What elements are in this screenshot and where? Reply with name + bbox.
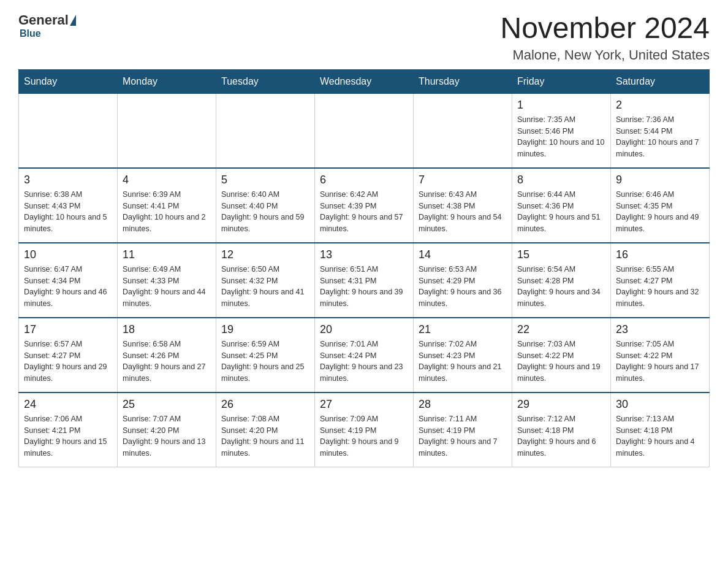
day-number: 11 [123,248,211,261]
day-number: 7 [419,174,507,186]
title-block: November 2024 Malone, New York, United S… [500,12,710,63]
calendar-cell: 23Sunrise: 7:05 AMSunset: 4:22 PMDayligh… [611,318,710,393]
calendar-cell: 1Sunrise: 7:35 AMSunset: 5:46 PMDaylight… [512,93,611,168]
logo-triangle-icon [70,15,76,26]
day-of-week-monday: Monday [118,69,216,93]
day-number: 10 [24,248,112,261]
day-info: Sunrise: 6:51 AMSunset: 4:31 PMDaylight:… [320,264,408,310]
day-info: Sunrise: 6:50 AMSunset: 4:32 PMDaylight:… [221,264,309,310]
day-number: 20 [320,323,408,336]
calendar-cell: 29Sunrise: 7:12 AMSunset: 4:18 PMDayligh… [512,393,611,467]
day-number: 14 [419,248,507,261]
calendar-cell: 27Sunrise: 7:09 AMSunset: 4:19 PMDayligh… [315,393,414,467]
day-info: Sunrise: 7:02 AMSunset: 4:23 PMDaylight:… [419,339,507,385]
day-info: Sunrise: 6:44 AMSunset: 4:36 PMDaylight:… [517,189,605,235]
day-info: Sunrise: 6:46 AMSunset: 4:35 PMDaylight:… [616,189,704,235]
calendar-cell: 18Sunrise: 6:58 AMSunset: 4:26 PMDayligh… [118,318,216,393]
logo: General Blue [18,12,77,39]
day-number: 28 [419,398,507,411]
day-info: Sunrise: 6:43 AMSunset: 4:38 PMDaylight:… [419,189,507,235]
calendar-cell [19,93,118,168]
calendar-cell: 5Sunrise: 6:40 AMSunset: 4:40 PMDaylight… [216,168,315,243]
week-row-4: 17Sunrise: 6:57 AMSunset: 4:27 PMDayligh… [19,318,710,393]
day-number: 19 [221,323,309,336]
calendar-cell: 28Sunrise: 7:11 AMSunset: 4:19 PMDayligh… [414,393,512,467]
page-header: General Blue November 2024 Malone, New Y… [18,12,710,63]
calendar-location: Malone, New York, United States [500,47,710,63]
week-row-3: 10Sunrise: 6:47 AMSunset: 4:34 PMDayligh… [19,243,710,318]
logo-blue-text: Blue [20,28,41,39]
day-info: Sunrise: 6:57 AMSunset: 4:27 PMDaylight:… [24,339,112,385]
calendar-cell: 7Sunrise: 6:43 AMSunset: 4:38 PMDaylight… [414,168,512,243]
calendar-cell [315,93,414,168]
day-number: 18 [123,323,211,336]
week-row-1: 1Sunrise: 7:35 AMSunset: 5:46 PMDaylight… [19,93,710,168]
day-number: 1 [517,99,605,112]
day-number: 27 [320,398,408,411]
day-number: 2 [616,99,704,112]
day-info: Sunrise: 6:40 AMSunset: 4:40 PMDaylight:… [221,189,309,235]
calendar-title: November 2024 [500,12,710,45]
day-number: 16 [616,248,704,261]
calendar-cell: 8Sunrise: 6:44 AMSunset: 4:36 PMDaylight… [512,168,611,243]
week-row-5: 24Sunrise: 7:06 AMSunset: 4:21 PMDayligh… [19,393,710,467]
day-info: Sunrise: 7:13 AMSunset: 4:18 PMDaylight:… [616,413,704,459]
day-info: Sunrise: 7:03 AMSunset: 4:22 PMDaylight:… [517,339,605,385]
calendar-cell: 22Sunrise: 7:03 AMSunset: 4:22 PMDayligh… [512,318,611,393]
day-info: Sunrise: 7:01 AMSunset: 4:24 PMDaylight:… [320,339,408,385]
calendar-cell: 4Sunrise: 6:39 AMSunset: 4:41 PMDaylight… [118,168,216,243]
day-info: Sunrise: 7:12 AMSunset: 4:18 PMDaylight:… [517,413,605,459]
days-of-week-row: SundayMondayTuesdayWednesdayThursdayFrid… [19,69,710,93]
logo-general-text: General [18,12,69,28]
calendar-cell: 17Sunrise: 6:57 AMSunset: 4:27 PMDayligh… [19,318,118,393]
calendar-cell: 26Sunrise: 7:08 AMSunset: 4:20 PMDayligh… [216,393,315,467]
calendar-body: 1Sunrise: 7:35 AMSunset: 5:46 PMDaylight… [19,93,710,467]
day-of-week-wednesday: Wednesday [315,69,414,93]
day-number: 23 [616,323,704,336]
day-of-week-thursday: Thursday [414,69,512,93]
day-number: 13 [320,248,408,261]
day-number: 26 [221,398,309,411]
day-number: 15 [517,248,605,261]
day-info: Sunrise: 6:42 AMSunset: 4:39 PMDaylight:… [320,189,408,235]
calendar-cell [118,93,216,168]
day-info: Sunrise: 6:54 AMSunset: 4:28 PMDaylight:… [517,264,605,310]
calendar-cell: 11Sunrise: 6:49 AMSunset: 4:33 PMDayligh… [118,243,216,318]
day-info: Sunrise: 6:39 AMSunset: 4:41 PMDaylight:… [123,189,211,235]
day-number: 25 [123,398,211,411]
calendar-cell: 21Sunrise: 7:02 AMSunset: 4:23 PMDayligh… [414,318,512,393]
week-row-2: 3Sunrise: 6:38 AMSunset: 4:43 PMDaylight… [19,168,710,243]
day-info: Sunrise: 6:49 AMSunset: 4:33 PMDaylight:… [123,264,211,310]
day-of-week-saturday: Saturday [611,69,710,93]
day-number: 6 [320,174,408,186]
day-number: 9 [616,174,704,186]
day-info: Sunrise: 7:07 AMSunset: 4:20 PMDaylight:… [123,413,211,459]
calendar-header: SundayMondayTuesdayWednesdayThursdayFrid… [19,69,710,93]
day-number: 17 [24,323,112,336]
day-number: 30 [616,398,704,411]
calendar-cell: 9Sunrise: 6:46 AMSunset: 4:35 PMDaylight… [611,168,710,243]
calendar-cell: 6Sunrise: 6:42 AMSunset: 4:39 PMDaylight… [315,168,414,243]
calendar-cell: 2Sunrise: 7:36 AMSunset: 5:44 PMDaylight… [611,93,710,168]
calendar-cell: 25Sunrise: 7:07 AMSunset: 4:20 PMDayligh… [118,393,216,467]
calendar-cell [414,93,512,168]
calendar-cell: 10Sunrise: 6:47 AMSunset: 4:34 PMDayligh… [19,243,118,318]
day-number: 24 [24,398,112,411]
day-of-week-tuesday: Tuesday [216,69,315,93]
day-number: 5 [221,174,309,186]
day-number: 22 [517,323,605,336]
day-info: Sunrise: 7:05 AMSunset: 4:22 PMDaylight:… [616,339,704,385]
day-number: 12 [221,248,309,261]
calendar-cell: 12Sunrise: 6:50 AMSunset: 4:32 PMDayligh… [216,243,315,318]
day-of-week-sunday: Sunday [19,69,118,93]
day-info: Sunrise: 7:09 AMSunset: 4:19 PMDaylight:… [320,413,408,459]
day-info: Sunrise: 6:38 AMSunset: 4:43 PMDaylight:… [24,189,112,235]
calendar-cell: 20Sunrise: 7:01 AMSunset: 4:24 PMDayligh… [315,318,414,393]
day-info: Sunrise: 7:35 AMSunset: 5:46 PMDaylight:… [517,114,605,160]
calendar-cell [216,93,315,168]
day-info: Sunrise: 6:59 AMSunset: 4:25 PMDaylight:… [221,339,309,385]
day-info: Sunrise: 6:53 AMSunset: 4:29 PMDaylight:… [419,264,507,310]
calendar-cell: 19Sunrise: 6:59 AMSunset: 4:25 PMDayligh… [216,318,315,393]
day-info: Sunrise: 7:08 AMSunset: 4:20 PMDaylight:… [221,413,309,459]
day-number: 29 [517,398,605,411]
